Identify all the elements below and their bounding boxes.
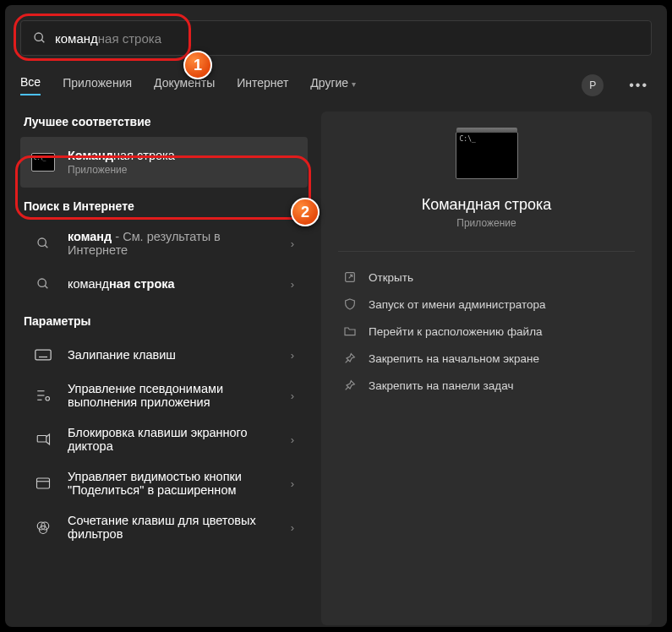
result-subtitle: Приложение xyxy=(68,164,298,176)
list-settings-icon xyxy=(30,385,56,406)
annotation-badge-2: 2 xyxy=(291,198,320,226)
action-run-admin[interactable]: Запуск от имени администратора xyxy=(338,291,635,318)
action-open-location[interactable]: Перейти к расположению файла xyxy=(338,318,635,345)
result-title: командная строка xyxy=(68,277,279,291)
chevron-right-icon: › xyxy=(291,390,298,402)
preview-subtitle: Приложение xyxy=(338,217,635,229)
pin-icon xyxy=(343,351,357,365)
action-label: Запуск от имени администратора xyxy=(369,298,546,311)
annotation-badge-1: 1 xyxy=(183,51,212,79)
tab-docs[interactable]: Документы xyxy=(154,76,215,95)
open-icon xyxy=(343,270,357,284)
result-web-2[interactable]: командная строка › xyxy=(20,265,308,302)
result-setting-share-button[interactable]: Управляет видимостью кнопки "Поделиться"… xyxy=(20,461,308,505)
preview-app-icon xyxy=(456,132,518,179)
chevron-right-icon: › xyxy=(291,433,298,446)
result-setting-color-filters[interactable]: Сочетание клавиш для цветовых фильтров › xyxy=(20,505,308,549)
chevron-right-icon: › xyxy=(291,521,298,534)
search-icon xyxy=(30,233,56,253)
svg-point-15 xyxy=(46,397,50,401)
action-pin-start[interactable]: Закрепить на начальном экране xyxy=(338,345,635,372)
cmd-icon xyxy=(30,152,56,172)
result-best-cmd[interactable]: Командная строка Приложение xyxy=(20,137,308,188)
result-setting-sticky-keys[interactable]: Залипание клавиш › xyxy=(20,336,308,373)
pin-icon xyxy=(343,379,357,392)
result-title: команд - См. результаты в Интернете xyxy=(68,230,279,257)
result-title: Управляет видимостью кнопки "Поделиться"… xyxy=(68,470,279,497)
search-icon xyxy=(30,274,56,294)
result-title: Залипание клавиш xyxy=(68,348,279,362)
section-best-match: Лучшее соответствие xyxy=(24,115,308,128)
svg-rect-6 xyxy=(36,350,51,360)
start-search-panel: командная строка Все Приложения Документ… xyxy=(5,5,667,627)
action-label: Открыть xyxy=(369,271,413,284)
search-icon xyxy=(33,31,46,45)
action-label: Перейти к расположению файла xyxy=(369,325,543,338)
result-title: Блокировка клавиши экранного диктора xyxy=(68,426,279,453)
action-open[interactable]: Открыть xyxy=(338,264,635,291)
svg-rect-16 xyxy=(37,436,46,443)
result-setting-app-aliases[interactable]: Управление псевдонимами выполнения прило… xyxy=(20,373,308,417)
more-button[interactable]: ••• xyxy=(626,78,652,93)
preview-title: Командная строка xyxy=(338,196,635,214)
result-title: Сочетание клавиш для цветовых фильтров xyxy=(68,514,279,541)
tab-all[interactable]: Все xyxy=(20,75,41,95)
chevron-right-icon: › xyxy=(291,477,298,490)
results-column: Лучшее соответствие Командная строка При… xyxy=(20,112,308,625)
svg-point-2 xyxy=(38,238,46,246)
keyboard-icon xyxy=(30,345,56,365)
filter-tabs: Все Приложения Документы Интернет Другие… xyxy=(20,74,652,96)
filter-icon xyxy=(30,517,56,537)
narrator-icon xyxy=(30,429,56,449)
search-text: командная строка xyxy=(55,31,161,46)
section-settings: Параметры xyxy=(24,314,308,328)
folder-icon xyxy=(343,324,357,338)
svg-line-5 xyxy=(45,286,47,288)
result-title: Управление псевдонимами выполнения прило… xyxy=(68,382,279,409)
search-input[interactable]: командная строка xyxy=(20,20,652,56)
svg-point-0 xyxy=(35,33,42,41)
result-setting-narrator-lock[interactable]: Блокировка клавиши экранного диктора › xyxy=(20,417,308,461)
chevron-down-icon: ▾ xyxy=(352,79,356,89)
svg-line-1 xyxy=(41,40,44,42)
result-web-1[interactable]: команд - См. результаты в Интернете › xyxy=(20,221,308,265)
action-label: Закрепить на панели задач xyxy=(369,379,513,392)
result-title: Командная строка xyxy=(68,149,298,162)
window-icon xyxy=(30,473,56,493)
divider xyxy=(338,251,635,252)
chevron-right-icon: › xyxy=(291,237,298,250)
svg-line-3 xyxy=(45,245,47,248)
action-label: Закрепить на начальном экране xyxy=(369,352,539,365)
shield-icon xyxy=(343,297,357,311)
section-web: Поиск в Интернете xyxy=(24,199,308,213)
tab-internet[interactable]: Интернет xyxy=(237,76,288,95)
chevron-right-icon: › xyxy=(291,349,298,362)
chevron-right-icon: › xyxy=(291,278,298,291)
tab-more[interactable]: Другие▾ xyxy=(310,76,356,95)
user-avatar[interactable]: P xyxy=(582,74,604,96)
preview-pane: Командная строка Приложение Открыть Запу… xyxy=(321,112,652,625)
svg-rect-17 xyxy=(37,478,50,488)
action-pin-taskbar[interactable]: Закрепить на панели задач xyxy=(338,372,635,399)
tab-apps[interactable]: Приложения xyxy=(63,76,132,95)
svg-point-4 xyxy=(38,279,46,286)
